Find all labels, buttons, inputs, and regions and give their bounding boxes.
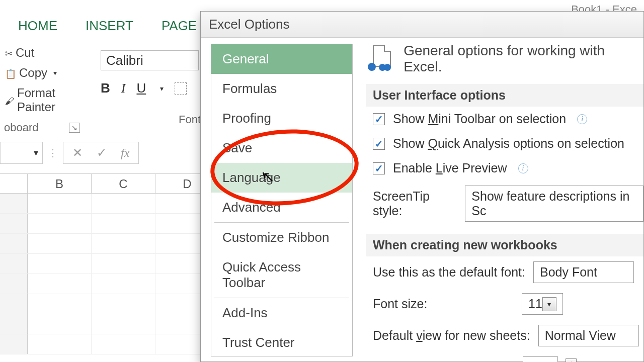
- insert-function-button[interactable]: fx: [121, 146, 129, 160]
- combo-default-font[interactable]: Body Font: [533, 261, 634, 283]
- nav-trust-center[interactable]: Trust Center: [211, 328, 352, 357]
- label-mini-toolbar: Show Mini Toolbar on selection: [393, 112, 566, 126]
- section-ui-options: User Interface options: [366, 84, 643, 107]
- checkbox-live-preview[interactable]: [373, 162, 385, 174]
- nav-formulas[interactable]: Formulas: [211, 74, 352, 104]
- pane-title: General options for working with Excel.: [404, 43, 643, 75]
- spinner-buttons[interactable]: ▲▼: [566, 358, 577, 363]
- nav-language[interactable]: Language: [211, 163, 352, 193]
- nav-proofing[interactable]: Proofing: [211, 104, 352, 133]
- nav-save[interactable]: Save: [211, 133, 352, 163]
- options-icon: [366, 45, 393, 73]
- nav-advanced[interactable]: Advanced: [211, 193, 352, 222]
- spinner-sheet-count[interactable]: 1: [523, 356, 558, 362]
- scissors-icon: [5, 46, 13, 60]
- copy-button[interactable]: Copy▾: [0, 63, 98, 83]
- tab-home[interactable]: HOME: [14, 16, 61, 36]
- combo-default-view[interactable]: Normal View: [538, 325, 639, 346]
- brush-icon: [5, 93, 14, 107]
- italic-button[interactable]: I: [121, 81, 126, 96]
- border-button[interactable]: [175, 82, 187, 95]
- name-box[interactable]: ▾: [0, 142, 43, 164]
- col-header[interactable]: C: [92, 174, 155, 193]
- info-icon[interactable]: [518, 163, 528, 173]
- spin-up-icon[interactable]: ▲: [566, 358, 577, 363]
- nav-quick-access-toolbar[interactable]: Quick Access Toolbar: [211, 252, 352, 298]
- cell-grid[interactable]: [0, 194, 219, 354]
- bold-button[interactable]: B: [101, 80, 110, 96]
- label-default-font: Use this as the default font:: [373, 265, 525, 280]
- copy-icon: [5, 66, 16, 80]
- checkbox-mini-toolbar[interactable]: [373, 113, 385, 125]
- label-screentip-style: ScreenTip style:: [373, 189, 457, 218]
- combo-font-size[interactable]: 11▾: [522, 293, 563, 315]
- clipboard-group: Cut Copy▾ Format Painter oboard↘: [0, 43, 98, 136]
- nav-general[interactable]: General: [211, 44, 352, 74]
- col-header[interactable]: B: [28, 174, 92, 193]
- excel-options-dialog: Excel Options General Formulas Proofing …: [200, 11, 644, 362]
- cut-button[interactable]: Cut: [0, 43, 98, 63]
- label-quick-analysis: Show Quick Analysis options on selection: [393, 136, 624, 151]
- format-painter-button[interactable]: Format Painter: [0, 83, 98, 117]
- chevron-down-icon[interactable]: ▾: [160, 84, 164, 93]
- dialog-title: Excel Options: [201, 12, 643, 38]
- label-sheet-count: Include this many sheets:: [373, 360, 515, 362]
- tab-insert[interactable]: INSERT: [82, 16, 137, 36]
- chevron-down-icon[interactable]: ▾: [53, 69, 57, 77]
- enter-formula-icon[interactable]: ✓: [97, 146, 107, 160]
- combo-screentip-style[interactable]: Show feature descriptions in Sc: [465, 186, 643, 222]
- section-new-workbooks: When creating new workbooks: [366, 234, 643, 256]
- label-font-size: Font size:: [373, 297, 514, 311]
- options-pane: General options for working with Excel. …: [358, 38, 643, 362]
- chevron-down-icon[interactable]: ▾: [542, 297, 556, 311]
- font-group-label: Font: [179, 113, 201, 126]
- cancel-formula-icon[interactable]: ✕: [72, 146, 83, 160]
- underline-button[interactable]: U: [136, 80, 146, 96]
- options-category-list: General Formulas Proofing Save Language …: [211, 44, 353, 356]
- dialog-launcher-icon[interactable]: ↘: [69, 123, 80, 133]
- col-header[interactable]: [0, 174, 28, 193]
- column-headers: B C D: [0, 173, 219, 194]
- info-icon[interactable]: [577, 114, 587, 124]
- checkbox-quick-analysis[interactable]: [373, 138, 385, 150]
- label-default-view: Default view for new sheets:: [373, 328, 530, 343]
- nav-customize-ribbon[interactable]: Customize Ribbon: [211, 223, 352, 252]
- label-live-preview: Enable Live Preview: [393, 161, 507, 175]
- clipboard-group-label: oboard: [4, 121, 39, 134]
- font-name-combo[interactable]: Calibri: [101, 50, 199, 70]
- nav-add-ins[interactable]: Add-Ins: [211, 298, 352, 328]
